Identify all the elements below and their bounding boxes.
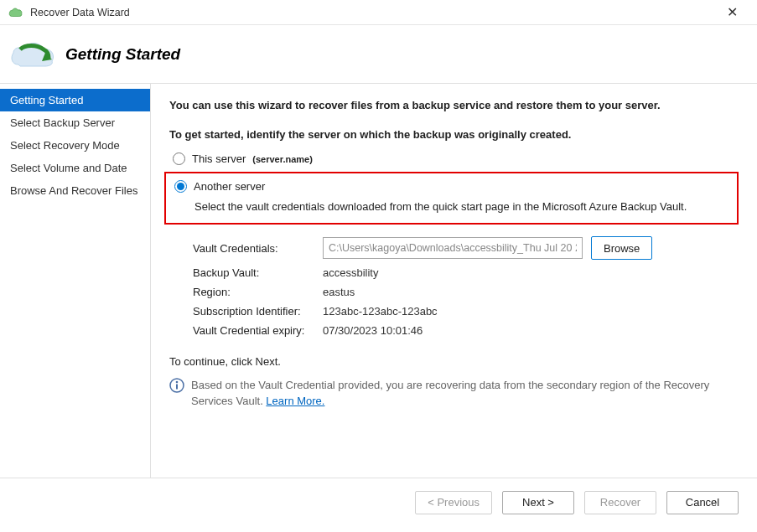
titlebar: Recover Data Wizard ✕ <box>0 0 757 25</box>
info-row: Based on the Vault Credential provided, … <box>169 378 739 410</box>
vault-credentials-label: Vault Credentials: <box>193 242 323 255</box>
content: You can use this wizard to recover files… <box>151 84 757 478</box>
subscription-label: Subscription Identifier: <box>193 305 323 318</box>
step-select-volume-date[interactable]: Select Volume and Date <box>0 157 150 179</box>
region-label: Region: <box>193 286 323 298</box>
expiry-value: 07/30/2023 10:01:46 <box>323 324 423 337</box>
info-text: Based on the Vault Credential provided, … <box>191 378 739 410</box>
step-select-recovery-mode[interactable]: Select Recovery Mode <box>0 134 150 157</box>
cloud-arrow-icon <box>8 38 59 71</box>
svg-rect-2 <box>176 385 178 390</box>
vault-credentials-input[interactable] <box>323 237 583 259</box>
cancel-button[interactable]: Cancel <box>666 491 739 514</box>
continue-text: To continue, click Next. <box>169 355 739 368</box>
intro-text-1: You can use this wizard to recover files… <box>169 99 739 111</box>
browse-button[interactable]: Browse <box>591 236 652 260</box>
step-getting-started[interactable]: Getting Started <box>0 89 150 111</box>
next-button[interactable]: Next > <box>502 491 574 514</box>
this-server-name: (server.name) <box>252 154 313 164</box>
radio-this-server-input[interactable] <box>173 152 185 165</box>
radio-another-server[interactable]: Another server <box>171 178 732 194</box>
recover-button: Recover <box>584 491 656 514</box>
svg-point-1 <box>176 381 179 384</box>
radio-another-server-input[interactable] <box>174 180 187 193</box>
step-select-backup-server[interactable]: Select Backup Server <box>0 111 150 134</box>
learn-more-link[interactable]: Learn More. <box>266 395 324 407</box>
info-icon <box>169 378 184 393</box>
sidebar: Getting Started Select Backup Server Sel… <box>0 84 151 478</box>
radio-another-server-label: Another server <box>194 180 265 193</box>
highlight-another-server: Another server Select the vault credenti… <box>164 172 739 225</box>
footer: < Previous Next > Recover Cancel <box>0 478 757 526</box>
expiry-label: Vault Credential expiry: <box>193 324 323 337</box>
close-button[interactable]: ✕ <box>715 4 749 20</box>
subscription-value: 123abc-123abc-123abc <box>323 305 438 318</box>
header: Getting Started <box>0 25 757 84</box>
step-browse-recover[interactable]: Browse And Recover Files <box>0 179 150 202</box>
radio-this-server-label: This server <box>192 152 246 165</box>
window-title: Recover Data Wizard <box>30 7 715 18</box>
another-server-desc: Select the vault credentials downloaded … <box>194 199 732 214</box>
page-title: Getting Started <box>65 45 180 64</box>
backup-vault-label: Backup Vault: <box>193 266 323 279</box>
region-value: eastus <box>323 286 355 298</box>
radio-this-server[interactable]: This server (server.name) <box>169 151 739 167</box>
backup-vault-value: accessbility <box>323 266 378 279</box>
cloud-icon <box>8 7 23 18</box>
intro-text-2: To get started, identify the server on w… <box>169 128 739 141</box>
previous-button: < Previous <box>415 491 492 514</box>
